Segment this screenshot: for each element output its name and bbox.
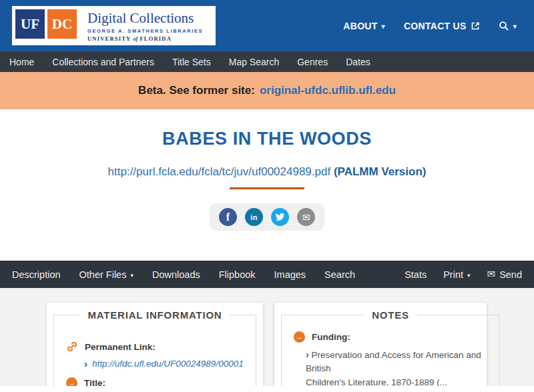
toolbar-left-group: Description Other Files▾ Downloads Flipb…	[12, 269, 355, 280]
nav-item-collections-and-partners[interactable]: Collections and Partners	[52, 57, 154, 67]
purl-link[interactable]: http://purl.fcla.edu/fcla/tc/juv/uf00024…	[108, 165, 331, 178]
permanent-link-row: Permanent Link:	[66, 341, 244, 353]
uf-logo-tile: UF	[15, 9, 45, 39]
toolbar-stats-button[interactable]: Stats	[405, 269, 427, 280]
logo-subtitle-university: UNIVERSITY of FLORIDA	[87, 35, 203, 42]
external-link-icon	[471, 21, 480, 31]
chevron-down-icon: ▾	[513, 23, 517, 30]
contact-us-label: CONTACT US	[404, 21, 467, 31]
description-label: Description	[12, 269, 61, 280]
toolbar-print-button[interactable]: Print▾	[443, 269, 470, 280]
nav-item-dates[interactable]: Dates	[346, 57, 370, 67]
logo-of-word: of	[133, 36, 138, 42]
funding-value-text: Preservation and Access for American and…	[306, 350, 481, 373]
print-label: Print	[443, 269, 463, 280]
contact-us-link[interactable]: CONTACT US	[404, 21, 480, 31]
beta-banner: Beta. See former site: original-ufdc.ufl…	[0, 72, 534, 109]
social-share-bar: f in ✉	[210, 203, 324, 231]
purl-line: http://purl.fcla.edu/fcla/tc/juv/uf00024…	[0, 165, 534, 179]
search-label: Search	[324, 269, 355, 280]
toolbar-tab-other-files[interactable]: Other Files▾	[79, 269, 134, 280]
chevron-down-icon: ▾	[467, 272, 471, 279]
toolbar-tab-images[interactable]: Images	[274, 269, 306, 280]
toolbar-tab-search[interactable]: Search	[324, 269, 355, 280]
linkedin-icon: in	[250, 213, 257, 221]
header-menu: ABOUT ▾ CONTACT US ▾	[343, 21, 517, 31]
linkedin-share-button[interactable]: in	[245, 208, 263, 226]
twitter-share-button[interactable]	[271, 208, 289, 226]
toolbar-tab-downloads[interactable]: Downloads	[152, 269, 200, 280]
logo-text: Digital Collections GEORGE A. SMATHERS L…	[79, 9, 212, 42]
about-menu[interactable]: ABOUT ▾	[343, 21, 385, 31]
toolbar-send-button[interactable]: ✉Send	[487, 269, 522, 281]
toolbar-tab-description[interactable]: Description	[12, 269, 61, 280]
item-header-area: BABES IN THE WOODS http://purl.fcla.edu/…	[0, 109, 534, 261]
palmm-version-label: (PALMM Version)	[334, 165, 427, 178]
site-header: UF DC Digital Collections GEORGE A. SMAT…	[0, 0, 534, 51]
chevron-right-icon: ›	[306, 349, 309, 360]
permanent-link-value-row: › http://ufdc.ufl.edu/UF00024989/00001	[84, 359, 244, 369]
funding-value-text-2: Children's Literature, 1870-1889 (...	[306, 376, 487, 387]
toolbar-right-group: Stats Print▾ ✉Send	[405, 269, 522, 281]
nav-item-map-search[interactable]: Map Search	[229, 57, 279, 67]
ufdc-logo[interactable]: UF DC Digital Collections GEORGE A. SMAT…	[12, 6, 216, 45]
envelope-icon: ✉	[487, 268, 496, 280]
nav-item-title-sets[interactable]: Title Sets	[172, 57, 211, 67]
page-title: BABES IN THE WOODS	[0, 109, 534, 149]
chevron-down-icon: ▾	[382, 23, 385, 30]
email-icon: ✉	[302, 212, 310, 223]
material-information-panel: MATERIAL INFORMATION Permanent Link: › h…	[47, 303, 263, 386]
twitter-icon	[275, 212, 285, 222]
logo-title: Digital Collections	[87, 11, 203, 26]
email-share-button[interactable]: ✉	[297, 208, 315, 226]
arrow-circle-icon: →	[294, 331, 305, 343]
permanent-link-label: Permanent Link:	[85, 342, 156, 352]
facebook-share-button[interactable]: f	[219, 208, 237, 226]
orange-divider	[230, 187, 304, 189]
former-site-link[interactable]: original-ufdc.uflib.ufl.edu	[260, 84, 396, 97]
nav-item-home[interactable]: Home	[9, 57, 34, 67]
material-information-title: MATERIAL INFORMATION	[80, 309, 230, 321]
search-menu[interactable]: ▾	[499, 21, 517, 31]
permanent-link-url[interactable]: http://ufdc.ufl.edu/UF00024989/00001	[92, 359, 244, 369]
search-icon	[499, 21, 509, 31]
about-label: ABOUT	[343, 21, 377, 31]
facebook-icon: f	[226, 211, 230, 223]
downloads-label: Downloads	[152, 269, 200, 280]
notes-panel: NOTES → Funding: › Preservation and Acce…	[274, 303, 487, 386]
arrow-circle-icon: →	[66, 377, 77, 386]
beta-banner-text: Beta. See former site:	[138, 84, 255, 97]
chain-link-icon	[66, 341, 78, 353]
main-nav: Home Collections and Partners Title Sets…	[0, 51, 534, 72]
logo-subtitle-libraries: GEORGE A. SMATHERS LIBRARIES	[87, 28, 203, 34]
chevron-right-icon: ›	[84, 359, 87, 369]
funding-row: → Funding:	[294, 331, 487, 343]
logo-univ-word: UNIVERSITY	[87, 35, 131, 42]
funding-label: Funding:	[312, 332, 350, 342]
item-toolbar: Description Other Files▾ Downloads Flipb…	[0, 261, 534, 288]
send-label: Send	[499, 269, 522, 280]
title-row: → Title:	[66, 377, 244, 386]
toolbar-tab-flipbook[interactable]: Flipbook	[219, 269, 256, 280]
item-content-section: MATERIAL INFORMATION Permanent Link: › h…	[0, 288, 534, 386]
nav-item-genres[interactable]: Genres	[297, 57, 328, 67]
stats-label: Stats	[405, 269, 427, 280]
images-label: Images	[274, 269, 306, 280]
notes-title: NOTES	[364, 309, 417, 321]
title-field-label: Title:	[84, 378, 105, 386]
funding-value: › Preservation and Access for American a…	[306, 349, 487, 386]
other-files-label: Other Files	[79, 269, 127, 280]
chevron-down-icon: ▾	[130, 272, 134, 279]
dc-logo-tile: DC	[47, 9, 77, 39]
logo-florida-word: FLORIDA	[140, 35, 172, 42]
flipbook-label: Flipbook	[219, 269, 256, 280]
